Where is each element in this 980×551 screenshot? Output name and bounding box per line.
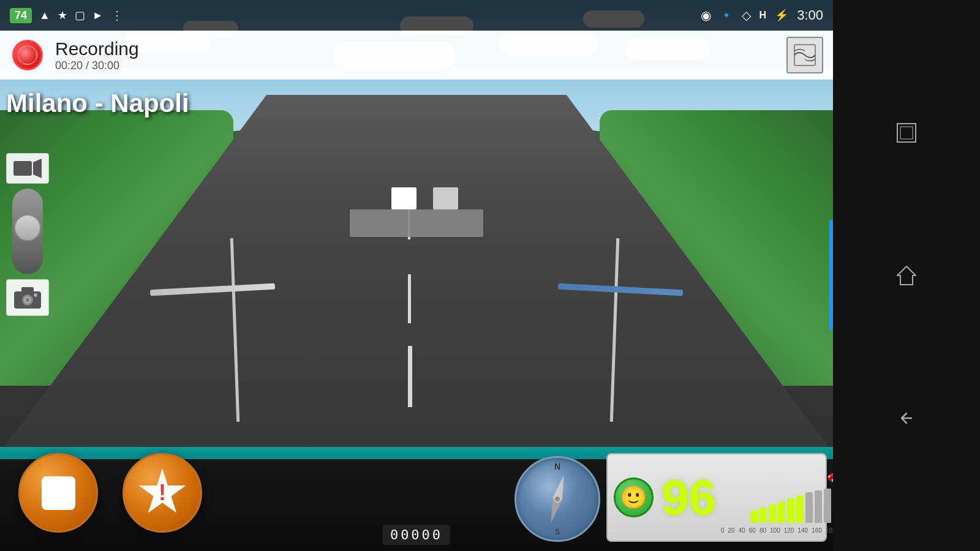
speed-bar-120 [805, 492, 813, 523]
compass: N S [514, 456, 600, 542]
map-button[interactable] [786, 37, 823, 73]
smiley-indicator: 🙂 [614, 478, 654, 517]
svg-rect-1 [13, 161, 32, 176]
status-bar: 74 ▲ ★ ▢ ► ⋮ ◉ 🔹 ◇ H ⚡ 3:00 [0, 0, 833, 31]
road-dash-2 [408, 274, 411, 323]
svg-marker-2 [33, 159, 42, 178]
svg-rect-4 [21, 287, 34, 293]
speed-value: 96 [662, 473, 716, 522]
speed-bar-160 [824, 489, 831, 523]
speed-bar-140 [815, 490, 822, 523]
camera-icon [12, 284, 43, 311]
route-label: Milano - Napoli [6, 89, 189, 118]
speed-labels: 0 20 40 60 80 100 120 140 160 180 200 [721, 527, 833, 534]
recording-indicator [12, 40, 43, 70]
svg-rect-10 [900, 127, 913, 139]
recording-time: 00:20 / 30:00 [55, 59, 139, 72]
left-controls [6, 153, 49, 316]
speed-bar-100 [796, 495, 804, 523]
left-lane [230, 238, 239, 422]
speed-panel: 🙂 96 🚗 0 [606, 453, 827, 542]
photo-capture-button[interactable] [6, 279, 49, 316]
truck-1 [391, 187, 417, 209]
back-button[interactable] [888, 400, 925, 437]
battery-level: 74 [10, 8, 32, 23]
right-lane [610, 238, 619, 422]
compass-south-label: S [555, 528, 560, 536]
compass-north-label: N [554, 462, 560, 471]
alert-star-icon: ! [138, 468, 187, 517]
svg-point-7 [26, 298, 29, 302]
home-button[interactable] [888, 257, 925, 294]
photo-icon: ▢ [75, 9, 85, 22]
svg-point-8 [34, 293, 37, 297]
video-camera-icon [12, 157, 43, 179]
compass-face: N S [514, 456, 600, 542]
navigation-icon: ▲ [39, 9, 50, 22]
speed-bar-20 [760, 508, 767, 523]
h-signal-icon: H [760, 10, 767, 21]
stop-button[interactable] [18, 453, 98, 533]
speed-bar-40 [769, 504, 776, 523]
speed-bar-0 [750, 511, 758, 523]
time-display: 3:00 [797, 7, 823, 23]
recording-bar: Recording 00:20 / 30:00 [0, 31, 833, 80]
alert-button[interactable]: ! [123, 453, 202, 533]
bluetooth-status-icon: 🔹 [720, 9, 733, 22]
exclamation-mark: ! [159, 482, 166, 504]
speed-right-panel: 🚗 0 20 40 [721, 462, 833, 534]
diamond-icon: ◇ [742, 8, 751, 23]
truck-2 [433, 187, 458, 209]
compass-center [554, 495, 561, 503]
menu-icon: ⋮ [111, 8, 123, 23]
odometer: 00000 [383, 525, 450, 545]
video-record-button[interactable] [6, 153, 49, 184]
location-icon: ◉ [701, 8, 711, 23]
speed-bar-chart [750, 486, 833, 523]
bluetooth-icon: ★ [58, 9, 67, 22]
recording-title: Recording [55, 39, 139, 59]
status-right: ◉ 🔹 ◇ H ⚡ 3:00 [701, 7, 823, 23]
car-icon: 🚗 [827, 462, 833, 483]
road-dash-3 [408, 346, 412, 407]
bridge [350, 209, 483, 237]
recording-info: Recording 00:20 / 30:00 [55, 39, 139, 72]
android-nav-bar [833, 0, 980, 551]
map-icon [793, 43, 817, 67]
slider-thumb [14, 214, 41, 241]
status-left: 74 ▲ ★ ▢ ► ⋮ [10, 8, 123, 23]
recent-apps-button[interactable] [888, 114, 925, 151]
speed-bar-60 [778, 501, 785, 523]
speed-bar-80 [787, 498, 794, 523]
bottom-dashboard: ! 00000 N S 🙂 96 🚗 [0, 447, 833, 551]
blue-accent-bar [829, 220, 833, 331]
video-icon: ► [92, 9, 104, 22]
stop-icon [42, 476, 75, 510]
zoom-slider[interactable] [12, 189, 43, 274]
battery-charging-icon: ⚡ [775, 9, 788, 22]
